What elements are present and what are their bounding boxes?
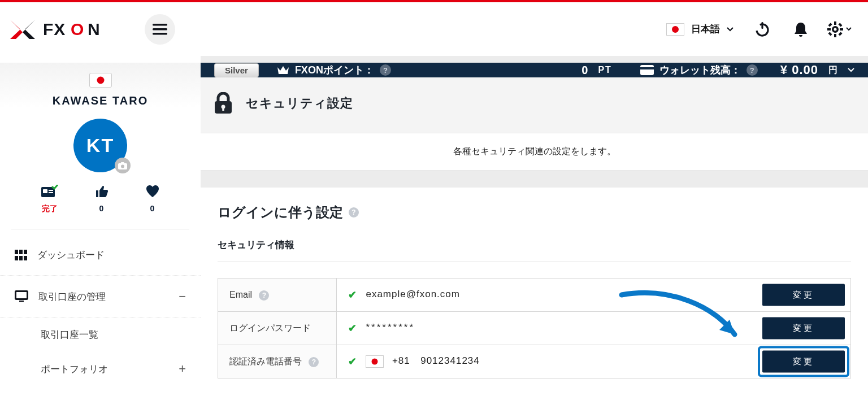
user-flag-icon [89, 73, 112, 88]
svg-rect-15 [838, 32, 842, 36]
nav-label: ポートフォリオ [41, 363, 108, 376]
chevron-down-icon [727, 27, 734, 32]
notifications-button[interactable] [791, 20, 810, 39]
nav-label: 取引口座一覧 [41, 328, 98, 341]
help-icon[interactable]: ? [259, 290, 269, 301]
crown-icon [277, 65, 289, 75]
hamburger-icon [153, 24, 167, 35]
thumb-count: 0 [99, 204, 104, 213]
thumb-stat[interactable]: 0 [95, 185, 108, 214]
sidebar: KAWASE TARO KT [0, 56, 201, 409]
change-password-button[interactable]: 変更 [762, 317, 845, 340]
svg-rect-4 [153, 28, 167, 31]
svg-rect-31 [19, 301, 24, 302]
svg-rect-3 [153, 24, 167, 26]
check-icon: ✔ [348, 289, 357, 301]
logo-mark-icon [10, 20, 35, 39]
row-phone: 認証済み電話番号 ? ✔ +81 9012341234 変更 [218, 345, 851, 378]
security-table: Email ? ✔ example@fxon.com 変更 ログインパスワード [218, 278, 851, 378]
language-selector[interactable]: 日本語 [666, 23, 734, 36]
svg-rect-14 [828, 32, 832, 36]
settings-button[interactable] [830, 20, 849, 39]
change-email-button[interactable]: 変更 [762, 284, 845, 306]
check-icon: ✔ [348, 322, 357, 334]
status-stat[interactable]: 完了 [41, 185, 58, 214]
svg-rect-24 [19, 250, 23, 254]
svg-rect-22 [49, 192, 53, 193]
logo-text-icon: FX O N [43, 20, 128, 39]
chevron-down-icon [848, 68, 854, 72]
wallet-unit: 円 [828, 64, 837, 76]
section-header: セキュリティ設定 [201, 77, 868, 133]
svg-rect-12 [828, 23, 832, 27]
power-icon [754, 21, 771, 38]
flag-jp-icon [666, 23, 684, 36]
nav-label: 取引口座の管理 [38, 290, 106, 303]
card-subheading: セキュリティ情報 [218, 238, 851, 262]
bell-icon [793, 21, 809, 38]
svg-rect-11 [840, 28, 843, 31]
svg-rect-36 [222, 107, 224, 111]
nav-sub-account-list[interactable]: 取引口座一覧 [0, 318, 201, 351]
camera-icon [118, 162, 127, 169]
svg-rect-8 [834, 21, 836, 25]
tier-badge: Silver [214, 63, 259, 77]
points-label: FXONポイント： [295, 63, 374, 77]
lock-icon [211, 91, 236, 116]
svg-rect-10 [827, 28, 831, 31]
svg-rect-30 [16, 292, 27, 298]
row-email: Email ? ✔ example@fxon.com 変更 [218, 279, 851, 312]
svg-rect-28 [24, 256, 27, 260]
nav-dashboard[interactable]: ダッシュボード [0, 235, 201, 276]
monitor-icon [15, 290, 28, 303]
help-icon[interactable]: ? [309, 357, 319, 367]
avatar-camera-button[interactable] [115, 158, 131, 173]
help-icon[interactable]: ? [349, 207, 359, 217]
avatar[interactable]: KT [73, 119, 127, 172]
nav-accounts[interactable]: 取引口座の管理 − [0, 276, 201, 318]
svg-rect-25 [24, 250, 27, 254]
wallet-amount-selector[interactable]: ¥ 0.00 円 [780, 63, 854, 77]
svg-text:O: O [71, 20, 84, 38]
points-unit: PT [598, 65, 611, 75]
app-header: FX O N 日本語 [0, 2, 868, 56]
change-phone-button[interactable]: 変更 [762, 351, 845, 373]
thumb-up-icon [95, 185, 108, 198]
wallet-amount: ¥ 0.00 [780, 63, 818, 77]
card-title: ログインに伴う設定 [218, 203, 343, 221]
nav-label: ダッシュボード [37, 249, 105, 262]
svg-rect-9 [834, 34, 836, 37]
id-card-check-icon [41, 185, 58, 198]
svg-rect-21 [49, 190, 53, 191]
points-bar: Silver FXONポイント： ? 0 PT ウォレット残高： ? ¥ 0.0… [201, 63, 868, 77]
svg-point-18 [121, 164, 124, 168]
svg-rect-5 [153, 33, 167, 35]
svg-rect-13 [838, 23, 842, 27]
phone-prefix: +81 [392, 355, 410, 366]
gear-icon [827, 21, 844, 38]
email-label: Email [229, 290, 252, 299]
menu-toggle-button[interactable] [145, 14, 175, 45]
heart-icon [145, 185, 160, 198]
nav-sub-portfolio[interactable]: ポートフォリオ + [0, 351, 201, 386]
heart-count: 0 [150, 204, 155, 213]
phone-label: 認証済み電話番号 [229, 356, 302, 366]
highlighted-action: 変更 [758, 346, 849, 377]
brand-logo[interactable]: FX O N [10, 20, 128, 39]
heart-stat[interactable]: 0 [145, 185, 160, 214]
svg-rect-17 [121, 162, 124, 164]
collapse-icon: − [179, 289, 186, 304]
help-icon[interactable]: ? [747, 64, 758, 76]
help-icon[interactable]: ? [380, 64, 391, 76]
page-title: セキュリティ設定 [246, 95, 353, 112]
email-value: example@fxon.com [366, 289, 460, 299]
points-value: 0 [581, 64, 589, 77]
power-button[interactable] [753, 20, 772, 39]
main-content: Silver FXONポイント： ? 0 PT ウォレット残高： ? ¥ 0.0… [201, 56, 868, 409]
svg-rect-33 [640, 67, 654, 69]
wallet-icon [640, 65, 654, 75]
login-settings-card: ログインに伴う設定 ? セキュリティ情報 Email ? ✔ example@f… [201, 188, 868, 409]
svg-rect-7 [761, 22, 763, 29]
svg-rect-23 [15, 250, 18, 254]
wallet-label: ウォレット残高： [659, 63, 741, 77]
